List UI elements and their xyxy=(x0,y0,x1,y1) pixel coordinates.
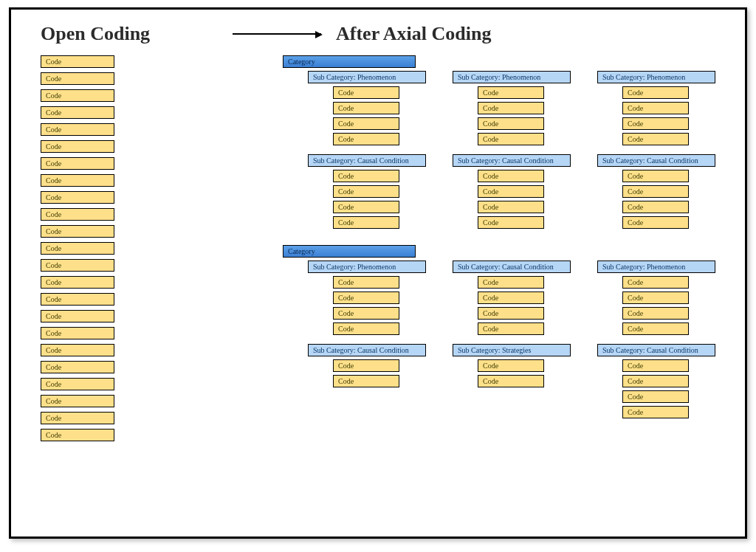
code-list: CodeCodeCodeCode xyxy=(622,86,715,145)
code-box: Code xyxy=(41,344,114,356)
subcategory-column: Sub Category: Causal ConditionCodeCodeCo… xyxy=(453,154,571,232)
code-box: Code xyxy=(622,390,689,403)
subcategory-label: Sub Category: Causal Condition xyxy=(597,344,715,356)
subcategory-column: Sub Category: Causal ConditionCodeCodeCo… xyxy=(308,154,426,232)
code-box: Code xyxy=(41,242,114,255)
code-box: Code xyxy=(622,276,689,289)
axial-coding-column: CategorySub Category: PhenomenonCodeCode… xyxy=(135,55,715,446)
code-list: CodeCodeCodeCode xyxy=(622,170,715,229)
code-box: Code xyxy=(478,216,544,229)
code-box: Code xyxy=(41,293,114,306)
code-box: Code xyxy=(478,201,544,213)
code-box: Code xyxy=(478,276,544,289)
code-box: Code xyxy=(622,185,689,198)
code-box: Code xyxy=(478,170,544,182)
code-box: Code xyxy=(333,185,399,198)
subcategory-row: Sub Category: PhenomenonCodeCodeCodeCode… xyxy=(308,261,715,338)
code-box: Code xyxy=(478,86,544,99)
subcategory-label: Sub Category: Causal Condition xyxy=(597,154,715,167)
code-box: Code xyxy=(622,117,689,130)
code-box: Code xyxy=(622,375,689,387)
code-box: Code xyxy=(333,86,399,99)
subcategory-column: Sub Category: Causal ConditionCodeCode xyxy=(308,344,426,421)
subcategory-label: Sub Category: Strategies xyxy=(453,344,571,356)
subcategory-column: Sub Category: StrategiesCodeCode xyxy=(453,344,571,421)
code-box: Code xyxy=(333,322,399,335)
subcategory-label: Sub Category: Phenomenon xyxy=(597,71,715,83)
subcategory-label: Sub Category: Causal Condition xyxy=(308,344,426,356)
code-box: Code xyxy=(41,72,114,85)
subcategory-row: Sub Category: Causal ConditionCodeCodeSu… xyxy=(308,344,715,421)
code-box: Code xyxy=(478,307,544,320)
code-box: Code xyxy=(478,359,544,372)
code-box: Code xyxy=(41,174,114,187)
code-box: Code xyxy=(41,106,114,119)
subcategory-label: Sub Category: Causal Condition xyxy=(308,154,426,167)
code-box: Code xyxy=(41,191,114,204)
arrow-icon xyxy=(218,33,336,35)
code-box: Code xyxy=(41,55,114,68)
open-coding-column: CodeCodeCodeCodeCodeCodeCodeCodeCodeCode… xyxy=(41,55,135,446)
code-box: Code xyxy=(333,375,399,387)
subcategory-label: Sub Category: Phenomenon xyxy=(597,261,715,273)
code-box: Code xyxy=(333,102,399,114)
code-box: Code xyxy=(622,322,689,335)
code-box: Code xyxy=(333,307,399,320)
title-axial-coding: After Axial Coding xyxy=(336,23,491,45)
code-box: Code xyxy=(333,216,399,229)
code-box: Code xyxy=(478,117,544,130)
code-box: Code xyxy=(41,327,114,339)
code-box: Code xyxy=(41,89,114,102)
code-box: Code xyxy=(622,86,689,99)
code-box: Code xyxy=(622,406,689,418)
code-box: Code xyxy=(333,359,399,372)
code-box: Code xyxy=(478,133,544,145)
code-box: Code xyxy=(478,291,544,304)
subcategory-label: Sub Category: Causal Condition xyxy=(453,154,571,167)
code-box: Code xyxy=(41,429,114,441)
code-box: Code xyxy=(333,117,399,130)
subcategory-column: Sub Category: Causal ConditionCodeCodeCo… xyxy=(597,154,715,232)
code-list: CodeCodeCodeCode xyxy=(478,170,571,229)
code-box: Code xyxy=(622,102,689,114)
code-box: Code xyxy=(41,276,114,289)
code-box: Code xyxy=(478,375,544,387)
subcategory-column: Sub Category: PhenomenonCodeCodeCodeCode xyxy=(597,261,715,338)
code-box: Code xyxy=(333,170,399,182)
code-box: Code xyxy=(333,276,399,289)
code-box: Code xyxy=(41,225,114,238)
code-list: CodeCode xyxy=(333,359,426,387)
code-box: Code xyxy=(41,361,114,373)
subcategory-column: Sub Category: PhenomenonCodeCodeCodeCode xyxy=(453,71,571,148)
code-list: CodeCodeCodeCode xyxy=(478,86,571,145)
code-box: Code xyxy=(622,201,689,213)
code-box: Code xyxy=(41,310,114,322)
subcategory-column: Sub Category: Causal ConditionCodeCodeCo… xyxy=(453,261,571,338)
code-box: Code xyxy=(333,201,399,213)
code-box: Code xyxy=(41,208,114,221)
code-box: Code xyxy=(41,259,114,272)
code-list: CodeCodeCodeCode xyxy=(622,276,715,335)
code-list: CodeCodeCodeCode xyxy=(333,86,426,145)
code-box: Code xyxy=(622,133,689,145)
code-list: CodeCodeCodeCode xyxy=(333,170,426,229)
code-box: Code xyxy=(478,322,544,335)
subcategory-label: Sub Category: Phenomenon xyxy=(308,71,426,83)
code-box: Code xyxy=(622,170,689,182)
code-box: Code xyxy=(41,378,114,390)
code-list: CodeCodeCodeCode xyxy=(478,276,571,335)
code-box: Code xyxy=(622,307,689,320)
subcategory-label: Sub Category: Phenomenon xyxy=(453,71,571,83)
code-list: CodeCodeCodeCode xyxy=(333,276,426,335)
code-box: Code xyxy=(478,185,544,198)
subcategory-column: Sub Category: PhenomenonCodeCodeCodeCode xyxy=(308,261,426,338)
code-box: Code xyxy=(41,140,114,153)
subcategory-label: Sub Category: Causal Condition xyxy=(453,261,571,273)
code-box: Code xyxy=(622,291,689,304)
category-label: Category xyxy=(283,245,416,258)
code-box: Code xyxy=(41,395,114,407)
subcategory-column: Sub Category: PhenomenonCodeCodeCodeCode xyxy=(308,71,426,148)
code-list: CodeCodeCodeCode xyxy=(622,359,715,418)
subcategory-column: Sub Category: PhenomenonCodeCodeCodeCode xyxy=(597,71,715,148)
subcategory-column: Sub Category: Causal ConditionCodeCodeCo… xyxy=(597,344,715,421)
